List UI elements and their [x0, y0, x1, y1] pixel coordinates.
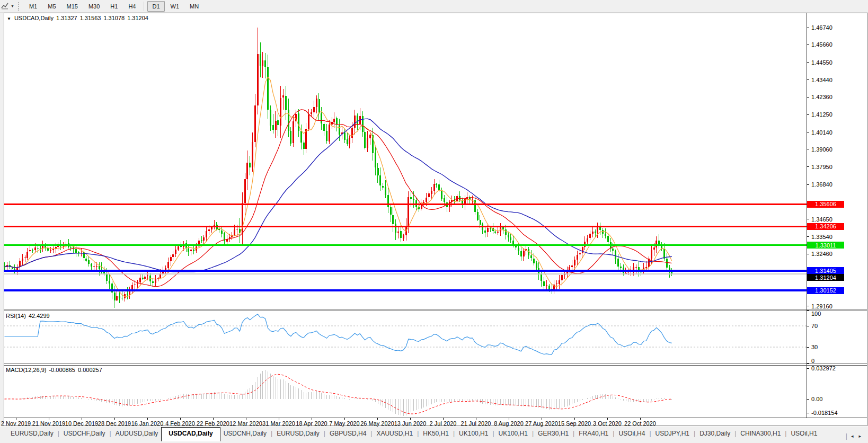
svg-text:1.45660: 1.45660: [811, 41, 832, 48]
svg-text:22 Feb 2020: 22 Feb 2020: [197, 420, 229, 427]
tab-dj30-daily[interactable]: DJ30,Daily: [696, 427, 733, 440]
tab-separator: |: [109, 427, 112, 440]
svg-text:1.46740: 1.46740: [811, 24, 832, 31]
tab-usoil-h4[interactable]: USOil,H4: [615, 427, 648, 440]
svg-text:1.31204: 1.31204: [815, 274, 836, 281]
svg-text:1.31405: 1.31405: [815, 268, 836, 274]
svg-text:0: 0: [811, 358, 814, 364]
tab-separator: |: [323, 427, 326, 440]
chart-legend: ▼USDCAD,Daily1.313271.315631.310781.3120…: [7, 15, 148, 21]
tab-ger30-h1[interactable]: GER30,H1: [535, 427, 572, 440]
svg-text:22 Oct 2020: 22 Oct 2020: [624, 420, 656, 427]
tab-eurusd-daily[interactable]: EURUSD,Daily: [273, 427, 323, 440]
tab-usdchf-daily[interactable]: USDCHF,Daily: [60, 427, 109, 440]
svg-text:70: 70: [811, 323, 818, 329]
svg-text:28 Dec 2019: 28 Dec 2019: [98, 420, 131, 427]
svg-text:15 Sep 2020: 15 Sep 2020: [558, 420, 591, 427]
rsi-value: 42.4299: [29, 313, 50, 319]
svg-text:27 Aug 2020: 27 Aug 2020: [525, 420, 558, 427]
macd-signal-value: 0.000257: [78, 367, 102, 373]
svg-text:1.30152: 1.30152: [815, 287, 836, 294]
macd-main-value: -0.000865: [49, 367, 75, 373]
ohlc-close: 1.31204: [127, 15, 148, 21]
chart-symbol-label: USDCAD,Daily: [14, 15, 54, 21]
svg-text:100: 100: [811, 311, 821, 317]
svg-text:0.032972: 0.032972: [811, 365, 836, 371]
svg-text:30: 30: [811, 344, 818, 350]
tab-separator: |: [416, 427, 420, 440]
tab-hk50-h1[interactable]: HK50,H1: [420, 427, 452, 440]
tab-gbpusd-h4[interactable]: GBPUSD,H4: [326, 427, 369, 440]
svg-text:1.40140: 1.40140: [811, 129, 832, 136]
svg-text:1.41250: 1.41250: [811, 111, 832, 118]
tab-uk100-h1[interactable]: UK100,H1: [495, 427, 531, 440]
tab-separator: |: [452, 427, 456, 440]
svg-text:3 Oct 2020: 3 Oct 2020: [593, 420, 622, 427]
svg-text:1.34206: 1.34206: [815, 223, 836, 229]
svg-text:1.29160: 1.29160: [811, 303, 832, 309]
rsi-label: RSI(14): [6, 313, 26, 319]
tab-usoil-h1[interactable]: USOil,H1: [787, 427, 820, 440]
svg-text:-0.018154: -0.018154: [811, 410, 838, 416]
svg-text:10 Dec 2019: 10 Dec 2019: [65, 420, 98, 427]
collapse-chart-icon[interactable]: ▼: [7, 16, 11, 21]
tab-separator: |: [845, 430, 848, 442]
ohlc-high: 1.31563: [80, 15, 101, 21]
svg-text:31 Mar 2020: 31 Mar 2020: [262, 420, 295, 427]
tab-separator: |: [733, 427, 737, 440]
tab-separator: |: [612, 427, 615, 440]
symbol-tab-bar: EURUSD,Daily|USDCHF,Daily|AUDUSD,DailyUS…: [0, 427, 868, 443]
tab-separator: |: [369, 427, 373, 440]
tab-audusd-daily[interactable]: AUDUSD,Daily: [112, 427, 162, 440]
svg-text:2 Nov 2019: 2 Nov 2019: [1, 420, 31, 427]
svg-text:1.37950: 1.37950: [811, 164, 832, 170]
ohlc-open: 1.31327: [56, 15, 77, 21]
svg-text:12 Mar 2020: 12 Mar 2020: [229, 420, 262, 427]
svg-text:1.44550: 1.44550: [811, 59, 832, 66]
tab-eurusd-daily[interactable]: EURUSD,Daily: [7, 427, 57, 440]
tab-uk100-h1[interactable]: UK100,H1: [456, 427, 491, 440]
chart-canvas[interactable]: 1.356061.342061.330111.314051.301521.312…: [0, 0, 868, 427]
tab-fra40-h1[interactable]: FRA40,H1: [575, 427, 612, 440]
tab-usdjpy-h1[interactable]: USDJPY,H1: [652, 427, 693, 440]
tab-separator: |: [57, 427, 60, 440]
svg-text:0.00: 0.00: [811, 396, 822, 402]
svg-text:2 Jul 2020: 2 Jul 2020: [430, 420, 457, 427]
macd-legend: MACD(12,26,9)-0.0008650.000257: [6, 367, 102, 373]
svg-text:21 Nov 2019: 21 Nov 2019: [32, 420, 65, 427]
ohlc-low: 1.31078: [103, 15, 125, 21]
svg-text:18 Apr 2020: 18 Apr 2020: [296, 420, 327, 427]
tab-china300-h1[interactable]: CHINA300,H1: [737, 427, 784, 440]
tab-usdcad-daily[interactable]: USDCAD,Daily: [161, 427, 220, 441]
svg-text:26 May 2020: 26 May 2020: [360, 420, 394, 427]
tab-scroll-left[interactable]: ◂: [848, 433, 856, 439]
tab-separator: |: [648, 427, 652, 440]
svg-text:1.34650: 1.34650: [811, 216, 832, 223]
svg-text:4 Feb 2020: 4 Feb 2020: [165, 420, 195, 427]
tab-scrollers: | ◂ ▸: [844, 427, 868, 442]
tab-separator: |: [531, 427, 535, 440]
tab-xauusd-h1[interactable]: XAUUSD,H1: [373, 427, 416, 440]
tab-usdcnh-daily[interactable]: USDCNH,Daily: [220, 427, 270, 440]
rsi-legend: RSI(14)42.4299: [6, 313, 50, 319]
tab-separator: |: [270, 427, 273, 440]
svg-text:1.33011: 1.33011: [816, 242, 836, 249]
tab-separator: |: [784, 427, 787, 440]
symbol-tabs: EURUSD,Daily|USDCHF,Daily|AUDUSD,DailyUS…: [0, 427, 844, 441]
macd-label: MACD(12,26,9): [6, 367, 46, 373]
svg-text:8 Aug 2020: 8 Aug 2020: [494, 420, 524, 427]
svg-text:1.35606: 1.35606: [815, 201, 836, 207]
svg-text:7 May 2020: 7 May 2020: [329, 420, 359, 427]
svg-text:1.33540: 1.33540: [811, 234, 832, 240]
svg-text:1.36840: 1.36840: [811, 181, 832, 188]
svg-text:13 Jun 2020: 13 Jun 2020: [394, 420, 427, 427]
tab-separator: |: [491, 427, 495, 440]
tab-separator: |: [572, 427, 575, 440]
svg-text:21 Jul 2020: 21 Jul 2020: [461, 420, 491, 427]
svg-text:16 Jan 2020: 16 Jan 2020: [131, 420, 164, 427]
svg-text:1.43440: 1.43440: [811, 77, 832, 83]
svg-text:1.32460: 1.32460: [811, 251, 832, 257]
tab-scroll-right[interactable]: ▸: [856, 433, 864, 439]
tab-separator: |: [693, 427, 696, 440]
svg-text:1.42360: 1.42360: [811, 94, 832, 100]
